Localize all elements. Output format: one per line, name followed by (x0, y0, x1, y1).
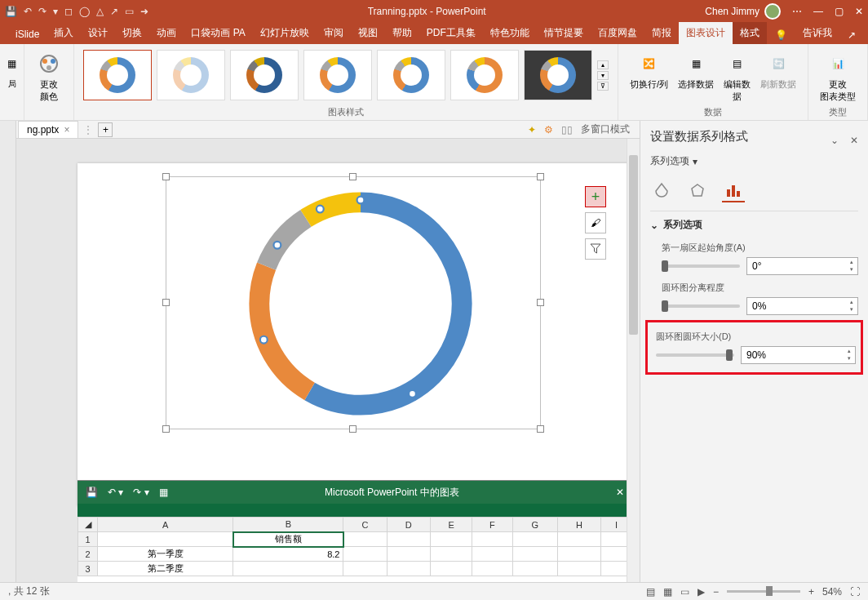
tab-animations[interactable]: 动画 (149, 22, 184, 44)
save-icon[interactable]: 💾 (86, 487, 98, 498)
chart-styles-button[interactable]: 🖌 (585, 212, 606, 233)
resize-handle[interactable] (162, 173, 170, 180)
zoom-level[interactable]: 54% (822, 586, 842, 598)
tab-islide[interactable]: iSlide (8, 24, 46, 44)
bulb-icon[interactable]: 💡 (767, 26, 795, 44)
doughnut-hole-size-input[interactable]: 90%▴▾ (741, 346, 856, 364)
doughnut-explosion-input[interactable]: 0%▴▾ (746, 297, 858, 315)
share-icon[interactable]: ↗ (839, 26, 864, 44)
doughnut-hole-size-slider[interactable] (656, 353, 734, 357)
zoom-knob[interactable] (766, 586, 773, 596)
change-colors-button[interactable]: 更改 颜色 (31, 47, 67, 106)
panel-options-icon[interactable]: ⌄ (830, 135, 839, 146)
qat-icon[interactable]: ➜ (140, 6, 148, 17)
tab-review[interactable]: 审阅 (317, 22, 351, 44)
cell[interactable] (98, 532, 233, 547)
tab-pocket-anim[interactable]: 口袋动画 PA (184, 22, 252, 44)
switch-row-col-button[interactable]: 🔀切换行/列 (625, 47, 673, 106)
fit-to-window-icon[interactable]: ⛶ (850, 586, 860, 598)
col-header[interactable]: G (512, 518, 557, 532)
chart-style-7[interactable] (524, 50, 592, 100)
qat-icon[interactable]: ◯ (79, 6, 90, 17)
resize-handle[interactable] (537, 299, 544, 306)
spin-up-icon[interactable]: ▴ (844, 348, 854, 355)
slideshow-view-icon[interactable]: ▶ (698, 586, 705, 598)
tab-features[interactable]: 特色功能 (483, 22, 537, 44)
chart-style-2[interactable] (157, 50, 225, 100)
cell[interactable]: 第一季度 (98, 547, 233, 562)
tab-slideshow[interactable]: 幻灯片放映 (253, 22, 317, 44)
tab-view[interactable]: 视图 (351, 22, 385, 44)
close-datasheet-icon[interactable]: ✕ (616, 487, 624, 498)
tab-transitions[interactable]: 切换 (115, 22, 149, 44)
slide-thumbnail-pane[interactable] (0, 121, 16, 582)
qat-icon[interactable]: ▭ (125, 6, 134, 17)
resize-handle[interactable] (162, 299, 170, 306)
edit-data-button[interactable]: ▤编辑数 据 (719, 47, 755, 106)
resize-handle[interactable] (537, 173, 544, 180)
new-tab-button[interactable]: + (98, 122, 113, 137)
select-data-button[interactable]: ▦选择数据 (673, 47, 719, 106)
chart-elements-button[interactable]: + (585, 186, 606, 207)
series-options-tab-icon[interactable] (722, 180, 745, 202)
minimize-icon[interactable]: — (813, 6, 823, 17)
chart-filter-button[interactable] (585, 238, 606, 260)
normal-view-icon[interactable]: ▤ (646, 586, 655, 598)
first-slice-angle-slider[interactable] (662, 264, 740, 268)
fill-line-tab-icon[interactable] (650, 180, 673, 202)
tab-design[interactable]: 设计 (81, 22, 115, 44)
star-icon[interactable]: ✦ (528, 124, 536, 136)
cell[interactable]: 8.2 (233, 547, 343, 562)
chart-style-6[interactable] (450, 50, 519, 100)
chart-style-3[interactable] (230, 50, 299, 100)
undo-icon[interactable]: ↶ (24, 6, 32, 17)
vertical-scrollbar[interactable] (627, 139, 640, 582)
doughnut-chart[interactable] (248, 191, 473, 416)
row-header[interactable]: 1 (78, 532, 98, 547)
slide-stage[interactable]: + 🖌 💾 ↶ ▾ ↷ ▾ ▦ Microsoft PowerPoint 中的图… (16, 139, 640, 582)
chart-styles-gallery[interactable]: ▴ ▾ ⊽ (83, 47, 609, 103)
reading-view-icon[interactable]: ▭ (680, 586, 689, 598)
zoom-in-icon[interactable]: + (808, 586, 814, 598)
gallery-down-icon[interactable]: ▾ (597, 71, 609, 80)
redo-icon[interactable]: ↷ ▾ (133, 487, 148, 498)
qat-icon[interactable]: ◻ (64, 6, 73, 17)
col-header[interactable]: E (430, 518, 472, 532)
spin-up-icon[interactable]: ▴ (847, 259, 857, 266)
gallery-more-icon[interactable]: ⊽ (597, 82, 609, 91)
chart-style-1[interactable] (83, 50, 152, 100)
change-chart-type-button[interactable]: 📊更改 图表类型 (815, 47, 861, 106)
spin-down-icon[interactable]: ▾ (844, 355, 854, 362)
user-avatar[interactable] (764, 3, 781, 20)
chart-style-5[interactable] (377, 50, 445, 100)
col-header[interactable]: C (343, 518, 387, 532)
qat-icon[interactable]: ↗ (110, 6, 118, 17)
table-icon[interactable]: ▦ (159, 487, 168, 498)
resize-handle[interactable] (349, 173, 356, 180)
resize-handle[interactable] (537, 425, 544, 433)
spin-down-icon[interactable]: ▾ (847, 306, 857, 313)
maximize-icon[interactable]: ▢ (835, 6, 844, 17)
tab-chart-design[interactable]: 图表设计 (679, 22, 733, 44)
tab-brief[interactable]: 简报 (644, 22, 679, 44)
tab-help[interactable]: 帮助 (385, 22, 419, 44)
series-options-dropdown[interactable]: 系列选项▾ (650, 151, 858, 171)
user-area[interactable]: Chen Jimmy (705, 3, 781, 20)
chart-style-4[interactable] (303, 50, 372, 100)
col-header[interactable]: B (233, 518, 343, 532)
resize-handle[interactable] (162, 425, 170, 433)
tab-format[interactable]: 格式 (733, 22, 767, 44)
effects-tab-icon[interactable] (686, 180, 709, 202)
tab-baidu[interactable]: 百度网盘 (591, 22, 644, 44)
panel-close-icon[interactable]: ✕ (850, 135, 858, 146)
chart-selection[interactable] (166, 176, 541, 429)
data-grid[interactable]: ◢ A B C D E F G H I 1销售额 2第一季度8.2 3第二季度 (78, 517, 632, 582)
col-header[interactable]: H (557, 518, 600, 532)
row-header[interactable]: 3 (78, 562, 98, 576)
zoom-slider[interactable] (727, 590, 800, 593)
document-tab[interactable]: ng.pptx × (18, 121, 78, 138)
qat-more-icon[interactable]: ▾ (53, 6, 58, 17)
row-header[interactable]: 2 (78, 547, 98, 562)
gallery-up-icon[interactable]: ▴ (597, 60, 609, 69)
resize-handle[interactable] (349, 425, 356, 433)
